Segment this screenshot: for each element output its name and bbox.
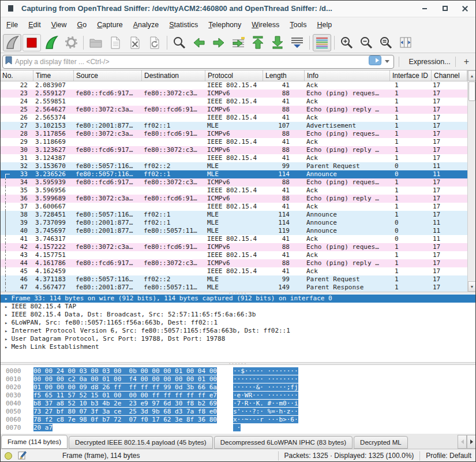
menu-statistics[interactable]: Statistics xyxy=(164,17,203,32)
scroll-up-arrow[interactable]: ▲ xyxy=(468,70,476,81)
detail-bytes-splitter[interactable] xyxy=(0,362,476,364)
detail-line-5[interactable]: ▸User Datagram Protocol, Src Port: 19788… xyxy=(0,335,476,343)
packet-row-38[interactable]: 383.728451fe80::5057:116…ff02::1MLE114An… xyxy=(0,211,467,219)
save-file-button[interactable] xyxy=(106,34,125,51)
packet-row-37[interactable]: 373.600667IEEE 802.15.441Ack117 xyxy=(0,203,467,211)
column-header-channel[interactable]: Channel xyxy=(432,70,467,81)
filter-history-dropdown[interactable] xyxy=(385,60,389,63)
bookmark-icon[interactable] xyxy=(5,56,12,67)
detail-line-1[interactable]: ▸IEEE 802.15.4 TAP xyxy=(0,303,476,311)
status-profile[interactable]: Profile: Default xyxy=(426,452,471,460)
column-header-destination[interactable]: Destination xyxy=(142,70,205,81)
scroll-track[interactable] xyxy=(468,102,476,281)
start-capture-button[interactable] xyxy=(3,34,21,51)
open-file-button[interactable] xyxy=(87,34,105,51)
go-back-button[interactable] xyxy=(190,34,208,51)
packet-row-41[interactable]: 413.746317IEEE 802.15.441Ack011 xyxy=(0,235,467,243)
scroll-thumb[interactable] xyxy=(468,81,475,101)
go-forward-button[interactable] xyxy=(209,34,228,51)
detail-line-6[interactable]: ▸Mesh Link Establishment xyxy=(0,343,476,351)
column-header-info[interactable]: Info xyxy=(305,70,390,81)
hex-row-0070[interactable]: 007020 a7 · xyxy=(0,424,476,432)
display-filter-input[interactable] xyxy=(15,58,369,66)
close-file-button[interactable] xyxy=(126,34,144,51)
column-header-length[interactable]: Length xyxy=(263,70,305,81)
packet-row-45[interactable]: 454.162459IEEE 802.15.441Ack117 xyxy=(0,267,467,275)
hex-row-0010[interactable]: 001000 00 00 c2 0a 00 01 00 f4 00 00 00 … xyxy=(0,375,476,383)
packet-row-27[interactable]: 273.102153fe80::2001:877…ff02::1MLE107Ad… xyxy=(0,122,467,130)
menu-view[interactable]: View xyxy=(46,17,72,32)
hex-row-0030[interactable]: 0030f5 65 11 57 52 15 01 00 00 00 ff ff … xyxy=(0,392,476,400)
go-to-packet-button[interactable] xyxy=(229,34,248,51)
column-header-iface[interactable]: Interface ID xyxy=(390,70,432,81)
column-header-time[interactable]: Time xyxy=(33,70,74,81)
list-detail-splitter[interactable] xyxy=(0,292,476,294)
byte-tab-2[interactable]: Decompressed 6LoWPAN IPHC (83 bytes) xyxy=(214,436,353,449)
packet-row-23[interactable]: 232.559127fe80::fcd6:917…fe80::3072:c3…I… xyxy=(0,90,467,98)
packet-row-29[interactable]: 293.118669IEEE 802.15.441Ack117 xyxy=(0,138,467,146)
reload-file-button[interactable] xyxy=(145,34,164,51)
zoom-in-button[interactable] xyxy=(338,34,356,51)
capture-options-button[interactable] xyxy=(62,34,80,51)
packet-row-35[interactable]: 353.596956IEEE 802.15.441Ack117 xyxy=(0,187,467,195)
packet-row-42[interactable]: 424.157222fe80::3072:c3a…fe80::fcd6:91…I… xyxy=(0,243,467,251)
byte-tab-0[interactable]: Frame (114 bytes) xyxy=(1,435,68,449)
detail-line-4[interactable]: ▸Internet Protocol Version 6, Src: fe80:… xyxy=(0,327,476,335)
menu-telephony[interactable]: Telephony xyxy=(203,17,246,32)
packet-row-40[interactable]: 403.745697fe80::2001:877…fe80::5057:11…M… xyxy=(0,227,467,235)
expand-arrow-icon[interactable]: ▸ xyxy=(5,335,8,343)
hex-row-0060[interactable]: 006078 f2 c8 7e 98 0f b7 72 07 f0 17 62 … xyxy=(0,416,476,424)
apply-filter-button[interactable] xyxy=(369,55,381,68)
find-packet-button[interactable] xyxy=(170,34,189,51)
maximize-button[interactable] xyxy=(441,5,449,13)
menu-wireless[interactable]: Wireless xyxy=(246,17,284,32)
scroll-down-arrow[interactable]: ▼ xyxy=(468,281,476,292)
go-last-packet-button[interactable] xyxy=(268,34,287,51)
expert-info-button[interactable] xyxy=(5,452,12,460)
expand-arrow-icon[interactable]: ▸ xyxy=(5,319,8,327)
menu-analyze[interactable]: Analyze xyxy=(128,17,164,32)
close-button[interactable] xyxy=(461,5,469,13)
expand-arrow-icon[interactable]: ▸ xyxy=(5,343,8,351)
packet-list-scrollbar[interactable]: ▲ ▼ xyxy=(467,70,476,292)
packet-row-32[interactable]: 323.153670fe80::5057:116…ff02::2MLE99Par… xyxy=(0,162,467,170)
packet-row-43[interactable]: 434.157751IEEE 802.15.441Ack117 xyxy=(0,251,467,259)
column-header-protocol[interactable]: Protocol xyxy=(205,70,263,81)
zoom-reset-button[interactable] xyxy=(377,34,395,51)
expand-arrow-icon[interactable]: ▸ xyxy=(5,295,8,303)
packet-row-46[interactable]: 464.371183fe80::5057:116…ff02::2MLE99Par… xyxy=(0,275,467,284)
expand-arrow-icon[interactable]: ▸ xyxy=(5,303,8,311)
packet-row-22[interactable]: 222.083907IEEE 802.15.441Ack117 xyxy=(0,81,467,90)
expand-arrow-icon[interactable]: ▸ xyxy=(5,327,8,335)
colorize-button[interactable] xyxy=(313,34,331,51)
auto-scroll-button[interactable] xyxy=(288,34,306,51)
expand-arrow-icon[interactable]: ▸ xyxy=(5,311,8,319)
menu-capture[interactable]: Capture xyxy=(92,17,128,32)
menu-tools[interactable]: Tools xyxy=(284,17,312,32)
minimize-button[interactable] xyxy=(421,5,429,13)
packet-row-44[interactable]: 444.161786fe80::fcd6:917…fe80::3072:c3…I… xyxy=(0,259,467,267)
tabs-scroll-right-button[interactable] xyxy=(467,435,476,449)
column-header-no[interactable]: No. xyxy=(0,70,33,81)
capture-comment-button[interactable] xyxy=(18,450,27,461)
packet-row-26[interactable]: 262.565374IEEE 802.15.441Ack117 xyxy=(0,114,467,122)
packet-row-33[interactable]: 333.236526fe80::5057:116…ff02::1MLE114An… xyxy=(0,170,467,178)
byte-tab-1[interactable]: Decrypted IEEE 802.15.4 payload (45 byte… xyxy=(69,436,213,449)
restart-capture-button[interactable] xyxy=(42,34,61,51)
hex-row-0020[interactable]: 002001 00 00 00 09 d8 26 ff ff ff ff 99 … xyxy=(0,383,476,392)
go-first-packet-button[interactable] xyxy=(249,34,267,51)
packet-row-34[interactable]: 343.595939fe80::fcd6:917…fe80::3072:c3…I… xyxy=(0,178,467,187)
menu-go[interactable]: Go xyxy=(72,17,92,32)
expression-button[interactable]: Expression... xyxy=(408,58,450,66)
packet-row-25[interactable]: 252.564627fe80::3072:c3a…fe80::fcd6:91…I… xyxy=(0,106,467,114)
menu-file[interactable]: File xyxy=(1,17,23,32)
packet-row-30[interactable]: 303.123627fe80::fcd6:917…fe80::3072:c3…I… xyxy=(0,146,467,154)
packet-row-31[interactable]: 313.124387IEEE 802.15.441Ack117 xyxy=(0,154,467,162)
hex-row-0050[interactable]: 005073 27 bf 80 07 3f 3a ce 25 3d 9b 68 … xyxy=(0,408,476,416)
menu-help[interactable]: Help xyxy=(312,17,337,32)
display-filter-box[interactable] xyxy=(2,55,394,69)
detail-line-2[interactable]: ▸IEEE 802.15.4 Data, Dst: Broadcast, Src… xyxy=(0,311,476,319)
detail-line-3[interactable]: ▸6LoWPAN, Src: fe80::5057:1165:f56a:663b… xyxy=(0,319,476,327)
packet-row-39[interactable]: 393.737099fe80::2001:877…ff02::1MLE114An… xyxy=(0,219,467,227)
packet-row-28[interactable]: 283.117856fe80::3072:c3a…fe80::fcd6:91…I… xyxy=(0,130,467,138)
